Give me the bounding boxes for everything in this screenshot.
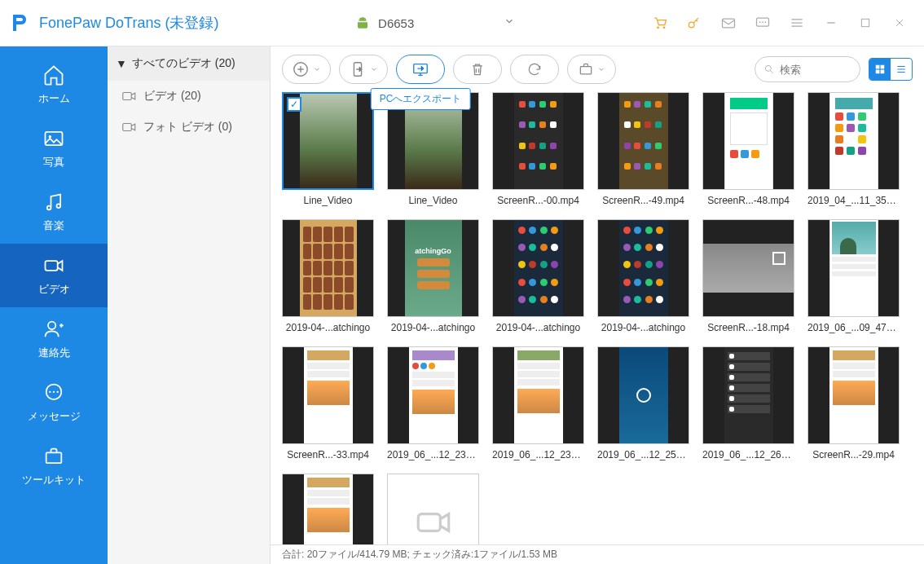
video-label: 2019-04-...atchingo <box>597 322 689 333</box>
video-label: ScreenR...-00.mp4 <box>492 195 584 206</box>
video-label: ScreenR...-33.mp4 <box>282 449 374 460</box>
video-thumb[interactable]: ScreenR...-48.mp4 <box>702 92 794 206</box>
video-label: Line_Video <box>387 195 479 206</box>
tree-item-video[interactable]: ビデオ (20) <box>108 81 270 112</box>
svg-rect-25 <box>876 70 880 74</box>
tooltip: PCへエクスポート <box>371 88 471 110</box>
nav-video[interactable]: ビデオ <box>0 244 108 307</box>
nav-music[interactable]: 音楽 <box>0 180 108 244</box>
video-label: ScreenR...-48.mp4 <box>702 195 794 206</box>
video-thumb[interactable]: 2019-04-...atchingo <box>492 219 584 333</box>
video-thumb[interactable]: ✓Line_Video <box>282 92 374 206</box>
svg-rect-17 <box>123 124 132 131</box>
video-label: Line_Video <box>282 195 374 206</box>
video-thumb[interactable]: 2019_06_...12_23_43 <box>492 346 584 460</box>
video-label: 2019-04-...atchingo <box>282 322 374 333</box>
sidebar: ホーム 写真 音楽 ビデオ 連絡先 メッセージ ツールキット <box>0 46 108 564</box>
video-grid: ✓Line_VideoLine_VideoScreenR...-00.mp4Sc… <box>271 92 924 544</box>
nav-toolkit[interactable]: ツールキット <box>0 434 108 498</box>
svg-rect-24 <box>881 65 885 69</box>
svg-point-22 <box>765 65 771 71</box>
video-label: 2019-04-...atchingo <box>387 322 479 333</box>
svg-rect-9 <box>46 261 58 271</box>
svg-rect-6 <box>861 19 869 26</box>
status-text: 合計: 20ファイル/414.79 MB; チェック済み:1ファイル/1.53 … <box>282 548 557 562</box>
export-device-button[interactable] <box>339 55 388 84</box>
tree-header[interactable]: ▼ すべてのビデオ (20) <box>108 46 270 81</box>
svg-point-10 <box>48 322 55 329</box>
video-thumb[interactable]: 2019_06_...09_47_06 <box>807 219 900 333</box>
view-toggle <box>869 58 913 81</box>
nav-messages[interactable]: メッセージ <box>0 371 108 434</box>
svg-point-5 <box>765 21 767 23</box>
svg-rect-21 <box>580 67 591 74</box>
titlebar: FonePaw DoTrans (未登録) D6653 <box>0 0 924 46</box>
video-label: ScreenR...-18.mp4 <box>702 322 794 333</box>
video-thumb[interactable]: atchingGo2019-04-...atchingo <box>387 219 479 333</box>
svg-point-12 <box>49 391 51 393</box>
video-thumb[interactable]: 2019_04_...11_35_52 <box>807 92 900 206</box>
category-tree: ▼ すべてのビデオ (20) ビデオ (20) フォト ビデオ (0) <box>108 46 271 564</box>
device-name: D6653 <box>378 16 414 30</box>
video-thumb[interactable]: ScreenR...-00.mp4 <box>492 92 584 206</box>
video-label: 2019-04-...atchingo <box>492 322 584 333</box>
svg-point-0 <box>689 22 694 28</box>
grid-view-button[interactable] <box>869 59 891 80</box>
tree-item-photo-video[interactable]: フォト ビデオ (0) <box>108 112 270 143</box>
toolbar: PCへエクスポート <box>271 46 924 92</box>
video-thumb[interactable] <box>387 474 479 544</box>
nav-home[interactable]: ホーム <box>0 53 108 117</box>
video-thumb[interactable]: ScreenR...-18.mp4 <box>702 219 794 333</box>
video-thumb[interactable]: ScreenR...-33.mp4 <box>282 346 374 460</box>
svg-rect-16 <box>123 93 132 100</box>
list-view-button[interactable] <box>891 59 912 80</box>
video-label: ScreenR...-29.mp4 <box>807 449 900 460</box>
svg-point-3 <box>759 21 761 23</box>
chevron-down-icon <box>504 15 515 30</box>
minimize-button[interactable] <box>823 15 839 31</box>
device-selector[interactable]: D6653 <box>342 11 528 35</box>
menu-icon[interactable] <box>789 15 805 31</box>
svg-point-13 <box>53 391 55 393</box>
video-label: 2019_06_...12_23_43 <box>492 449 584 460</box>
export-pc-button[interactable]: PCへエクスポート <box>396 55 445 84</box>
key-icon[interactable] <box>686 15 702 31</box>
android-icon <box>355 15 370 30</box>
mail-icon[interactable] <box>720 15 737 31</box>
svg-rect-15 <box>46 452 62 463</box>
video-label: 2019_06_...12_25_02 <box>597 449 689 460</box>
svg-rect-23 <box>876 65 880 69</box>
video-thumb[interactable]: ScreenR...-49.mp4 <box>597 92 689 206</box>
search-icon <box>763 64 775 75</box>
video-thumb[interactable]: 2019-04-...atchingo <box>597 219 689 333</box>
video-label: 2019_06_...12_23_04 <box>387 449 479 460</box>
maximize-button[interactable] <box>857 15 873 31</box>
status-bar: 合計: 20ファイル/414.79 MB; チェック済み:1ファイル/1.53 … <box>271 544 924 564</box>
close-button[interactable] <box>891 15 908 31</box>
refresh-button[interactable] <box>510 55 559 84</box>
add-button[interactable] <box>282 55 331 84</box>
video-label: 2019_06_...12_26_21 <box>702 449 794 460</box>
svg-rect-26 <box>881 70 885 74</box>
svg-rect-1 <box>723 19 735 28</box>
nav-contacts[interactable]: 連絡先 <box>0 307 108 371</box>
video-thumb[interactable]: 2019_06_...12_26_21 <box>702 346 794 460</box>
video-label: 2019_04_...11_35_52 <box>807 195 900 206</box>
video-thumb[interactable]: 2019-04-...atchingo <box>282 219 374 333</box>
delete-button[interactable] <box>453 55 502 84</box>
video-thumb[interactable]: ScreenR...-29.mp4 <box>807 346 900 460</box>
nav-photos[interactable]: 写真 <box>0 117 108 180</box>
video-thumb[interactable] <box>282 474 374 544</box>
toolkit-button[interactable] <box>567 55 616 84</box>
search-box[interactable] <box>755 56 860 82</box>
check-icon: ✓ <box>287 97 301 112</box>
video-label: 2019_06_...09_47_06 <box>807 322 900 333</box>
caret-down-icon: ▼ <box>116 57 127 70</box>
video-thumb[interactable]: 2019_06_...12_25_02 <box>597 346 689 460</box>
svg-point-14 <box>57 391 59 393</box>
app-logo <box>0 0 39 46</box>
video-thumb[interactable]: 2019_06_...12_23_04 <box>387 346 479 460</box>
message-icon[interactable] <box>755 15 771 31</box>
search-input[interactable] <box>780 64 845 76</box>
cart-icon[interactable] <box>652 15 668 31</box>
